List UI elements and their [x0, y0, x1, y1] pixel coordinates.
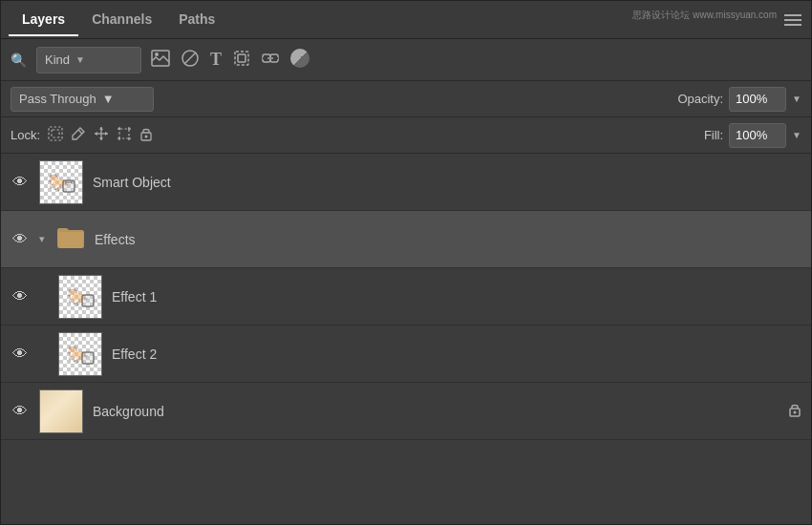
- visibility-icon-effect2[interactable]: 👁: [11, 346, 30, 363]
- visibility-icon-effect1[interactable]: 👁: [11, 288, 30, 305]
- image-filter-icon[interactable]: [151, 50, 170, 71]
- opacity-value: 100%: [736, 92, 767, 106]
- shape-filter-icon[interactable]: [233, 50, 250, 71]
- panel-menu-icon[interactable]: [784, 14, 801, 26]
- svg-line-12: [78, 130, 82, 134]
- layer-name-effect1: Effect 1: [112, 289, 801, 304]
- blend-mode-label: Pass Through: [19, 92, 96, 106]
- pixel-filter-icon[interactable]: [290, 49, 310, 72]
- blend-chevron-icon: ▼: [102, 92, 115, 106]
- svg-marker-16: [99, 137, 103, 140]
- layers-list: 👁 🐎 Smart Object 👁 ▾: [1, 154, 811, 524]
- lock-artboard-icon[interactable]: [117, 126, 132, 144]
- layer-item-effects[interactable]: 👁 ▾ Effects: [1, 211, 811, 268]
- lock-row: Lock:: [1, 117, 811, 154]
- tabs-row: Layers Channels Paths 思路设计论坛 www.missyua…: [1, 1, 811, 39]
- svg-rect-5: [238, 54, 246, 62]
- layer-item-effect2[interactable]: 👁 🐎 Effect 2: [1, 326, 811, 383]
- visibility-icon-effects[interactable]: 👁: [11, 231, 30, 248]
- tab-paths[interactable]: Paths: [165, 4, 228, 36]
- kind-label: Kind: [45, 52, 70, 67]
- visibility-icon-smart-object[interactable]: 👁: [11, 174, 30, 191]
- svg-line-3: [184, 52, 196, 64]
- folder-icon-effects: [56, 224, 85, 255]
- tab-layers[interactable]: Layers: [9, 4, 78, 36]
- thumbnail-effect2: 🐎: [58, 332, 102, 376]
- lock-transparent-icon[interactable]: [48, 126, 63, 144]
- lock-image-pixels-icon[interactable]: [71, 126, 86, 144]
- lock-position-icon[interactable]: [94, 126, 109, 144]
- layer-item-background[interactable]: 👁 Background: [1, 383, 811, 440]
- svg-point-38: [794, 411, 797, 414]
- opacity-group: Opacity: 100% ▼: [677, 87, 801, 112]
- layer-item-smart-object[interactable]: 👁 🐎 Smart Object: [1, 154, 811, 211]
- svg-marker-18: [105, 132, 108, 136]
- search-icon: 🔍: [11, 52, 27, 68]
- fill-value: 100%: [736, 128, 767, 142]
- layer-name-effect2: Effect 2: [112, 346, 801, 362]
- svg-rect-19: [119, 129, 129, 138]
- adjustment-filter-icon[interactable]: [182, 50, 199, 71]
- layers-panel: Layers Channels Paths 思路设计论坛 www.missyua…: [0, 0, 812, 525]
- background-lock-icon: [788, 402, 801, 420]
- opacity-chevron-icon[interactable]: ▼: [792, 94, 801, 104]
- layer-name-smart-object: Smart Object: [93, 175, 801, 190]
- lock-label: Lock:: [11, 128, 40, 142]
- kind-row: 🔍 Kind ▼ T: [1, 39, 811, 81]
- lock-all-icon[interactable]: [139, 126, 153, 144]
- thumbnail-effect1: 🐎: [58, 275, 102, 319]
- layer-item-effect1[interactable]: 👁 🐎 Effect 1: [1, 268, 811, 326]
- group-expand-icon[interactable]: ▾: [39, 233, 45, 245]
- blend-mode-dropdown[interactable]: Pass Through ▼: [11, 87, 154, 112]
- svg-point-1: [155, 52, 159, 56]
- layer-name-background: Background: [93, 404, 779, 419]
- kind-chevron-icon: ▼: [75, 54, 85, 65]
- visibility-icon-background[interactable]: 👁: [11, 403, 30, 420]
- thumbnail-smart-object: 🐎: [39, 160, 83, 204]
- blend-row: Pass Through ▼ Opacity: 100% ▼: [1, 81, 811, 117]
- kind-dropdown[interactable]: Kind ▼: [36, 47, 141, 74]
- svg-rect-10: [49, 127, 62, 140]
- thumbnail-background: [39, 389, 83, 433]
- svg-point-29: [145, 136, 148, 138]
- fill-label: Fill:: [704, 128, 723, 142]
- svg-rect-34: [82, 295, 94, 306]
- opacity-label: Opacity:: [677, 92, 723, 106]
- brand-text: 思路设计论坛 www.missyuan.com: [632, 9, 777, 22]
- filter-icons: T: [151, 49, 310, 72]
- smart-filter-icon[interactable]: [262, 50, 279, 71]
- lock-icons-group: [48, 126, 153, 144]
- fill-input[interactable]: 100%: [729, 123, 786, 148]
- layer-name-effects: Effects: [95, 232, 801, 247]
- tab-channels[interactable]: Channels: [78, 4, 165, 36]
- svg-marker-15: [99, 127, 103, 130]
- fill-group: Fill: 100% ▼: [704, 123, 801, 148]
- svg-rect-11: [52, 130, 59, 137]
- svg-rect-36: [82, 352, 94, 364]
- opacity-input[interactable]: 100%: [729, 87, 786, 112]
- fill-chevron-icon[interactable]: ▼: [792, 130, 801, 140]
- text-filter-icon[interactable]: T: [210, 50, 222, 70]
- svg-marker-17: [95, 132, 97, 136]
- svg-rect-4: [235, 52, 248, 65]
